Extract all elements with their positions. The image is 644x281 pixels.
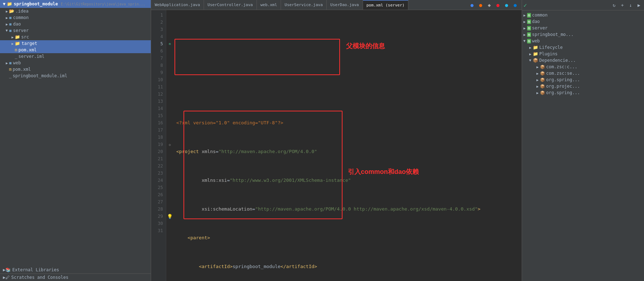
sidebar-item-pom-server[interactable]: ▶ m pom.xml — [0, 47, 151, 53]
maven-item-web[interactable]: ▶ m web — [522, 38, 644, 44]
maven-arrow-dep-server: ▶ — [536, 72, 539, 75]
maven-arrow-dependencies: ▶ — [529, 59, 532, 61]
sidebar-label-server: server — [13, 28, 28, 33]
code-text[interactable]: 父模块的信息 引入common和dao依赖 <?xml version="1.0… — [173, 10, 522, 281]
browser-toolbar: ● ● ◆ ● ● ● — [466, 1, 522, 9]
sidebar-header[interactable]: ▼ 📁 springboot_module E:\Git\GitReposito… — [0, 0, 151, 8]
maven-arrow-dep-projec: ▶ — [536, 84, 539, 88]
edge-icon[interactable]: ● — [512, 1, 519, 9]
module-icon-web: ◼ — [9, 60, 12, 65]
tab-userservice[interactable]: UserService.java — [281, 0, 327, 10]
maven-item-dep-common[interactable]: ▶ 📦 com.zsc:c... — [522, 64, 644, 70]
sidebar-item-common[interactable]: ▶ ◼ common — [0, 14, 151, 21]
tool-icon-3[interactable]: ◆ — [486, 1, 493, 9]
file-icon-pom-root: m — [9, 67, 12, 72]
sidebar-item-dao[interactable]: ▶ ◼ dao — [0, 21, 151, 27]
sidebar-item-server-iml[interactable]: ▶ _ server.iml — [0, 53, 151, 60]
sidebar-item-springboot-iml[interactable]: ▶ _ springboot_module.iml — [0, 73, 151, 79]
maven-panel-header: ✓ ↻ + ↓ ▶ — [522, 0, 644, 10]
module-icon-common: ◼ — [9, 15, 12, 20]
maven-arrow-dao: ▶ — [523, 20, 526, 24]
folder-icon-target: 📁 — [15, 41, 20, 46]
sidebar-label-server-iml: server.iml — [18, 54, 44, 59]
tab-userdao[interactable]: UserDao.java — [327, 0, 363, 10]
sidebar-item-web[interactable]: ▶ ◼ web — [0, 60, 151, 66]
dependencies-icon: 📦 — [533, 58, 538, 63]
folder-icon-src: 📁 — [15, 34, 20, 40]
sidebar-label-web: web — [13, 60, 21, 65]
sidebar-item-idea[interactable]: ▶ 📂 .idea — [0, 8, 151, 14]
checkmark-icon: ✓ — [523, 2, 527, 9]
code-editor[interactable]: 1 2 3 4 5 6 7 8 9 10 11 12 13 14 15 16 1… — [151, 10, 522, 281]
tab-webxml[interactable]: web.xml — [257, 0, 281, 10]
dep-icon-server: 📦 — [540, 71, 545, 76]
dep-icon-projec: 📦 — [540, 84, 545, 89]
collapse-arrow-scratches: ▶ — [3, 275, 5, 280]
maven-item-lifecycle[interactable]: ▶ 📁 Lifecycle — [522, 44, 644, 51]
maven-item-dep-projec[interactable]: ▶ 📦 org.projec... — [522, 83, 644, 89]
maven-tree: ▶ m common ▶ m dao ▶ m server ▶ m spring… — [522, 10, 644, 281]
code-line-6: <artifactId>springboot_module</artifactI… — [176, 263, 522, 270]
collapse-arrow-src: ▶ — [12, 35, 14, 39]
maven-item-dependencies[interactable]: ▶ 📦 Dependencie... — [522, 57, 644, 64]
tab-label-userservice: UserService.java — [285, 3, 323, 7]
project-sidebar: ▼ 📁 springboot_module E:\Git\GitReposito… — [0, 0, 151, 281]
maven-add-btn[interactable]: + — [619, 1, 626, 9]
sidebar-item-scratches[interactable]: ▶ 🖊 Scratches and Consoles — [0, 273, 151, 281]
tab-label-webxml: web.xml — [260, 3, 277, 7]
code-line-3: xmlns:xsi="http://www.w3.org/2001/XMLSch… — [176, 177, 522, 184]
maven-arrow-dep-spring1: ▶ — [536, 78, 539, 82]
editor-tabs: WebApplication.java UserController.java … — [151, 0, 522, 10]
collapse-arrow-target: ▶ — [12, 42, 14, 46]
maven-arrow-common: ▶ — [523, 13, 526, 17]
maven-item-plugins[interactable]: ▶ 📁 Plugins — [522, 51, 644, 57]
sidebar-item-server[interactable]: ▶ ◼ server — [0, 27, 151, 34]
tab-pom-server[interactable]: pom.xml (server) — [363, 0, 409, 10]
tab-usercontroller[interactable]: UserController.java — [204, 0, 257, 10]
plugins-icon: 📁 — [533, 51, 538, 56]
tab-label-usercontroller: UserController.java — [208, 3, 253, 7]
maven-label-dao: dao — [532, 19, 540, 24]
code-gutter: m ◇ 💡 — [166, 10, 173, 281]
sidebar-label-pom-root: pom.xml — [13, 67, 31, 72]
maven-item-dep-server[interactable]: ▶ 📦 com.zsc:se... — [522, 70, 644, 77]
maven-item-springboot[interactable]: ▶ m springboot_mo... — [522, 31, 644, 38]
opera-icon[interactable]: ● — [494, 1, 502, 9]
maven-label-dep-spring1: org.spring... — [546, 77, 580, 82]
ie-icon[interactable]: ● — [503, 1, 510, 9]
maven-arrow-web: ▶ — [523, 40, 527, 42]
firefox-icon[interactable]: ● — [477, 1, 484, 9]
maven-item-dep-spring2[interactable]: ▶ 📦 org.spring... — [522, 89, 644, 96]
collapse-arrow-common: ▶ — [6, 16, 8, 20]
maven-module-icon-springboot: m — [527, 32, 531, 37]
collapse-arrow: ▶ — [6, 9, 8, 13]
sidebar-item-pom-root[interactable]: ▶ m pom.xml — [0, 66, 151, 73]
maven-item-dao[interactable]: ▶ m dao — [522, 18, 644, 25]
maven-arrow-plugins: ▶ — [529, 52, 531, 56]
maven-item-dep-spring1[interactable]: ▶ 📦 org.spring... — [522, 77, 644, 83]
maven-label-dep-common: com.zsc:c... — [546, 64, 577, 69]
maven-module-icon-common: m — [527, 13, 531, 18]
code-line-1: <?xml version="1.0" encoding="UTF-8"?> — [176, 119, 522, 126]
maven-arrow-lifecycle: ▶ — [529, 46, 531, 50]
tab-label-webapplication: WebApplication.java — [155, 3, 200, 7]
maven-download-btn[interactable]: ↓ — [627, 1, 634, 9]
sidebar-item-ext-libraries[interactable]: ▶ 📚 External Libraries — [0, 266, 151, 273]
maven-label-common: common — [532, 13, 548, 18]
maven-label-web: web — [532, 38, 540, 43]
sidebar-item-src[interactable]: ▶ 📁 src — [0, 34, 151, 40]
maven-label-server: server — [532, 26, 548, 31]
maven-item-server[interactable]: ▶ m server — [522, 25, 644, 31]
sidebar-item-target[interactable]: ▶ 📁 target — [0, 40, 151, 47]
module-icon-server: ◼ — [9, 28, 12, 33]
tab-webapplication[interactable]: WebApplication.java — [151, 0, 204, 10]
maven-item-common[interactable]: ▶ m common — [522, 12, 644, 18]
sidebar-project-icon: 📁 — [7, 1, 12, 6]
collapse-arrow-server: ▶ — [5, 29, 9, 32]
maven-refresh-btn[interactable]: ↻ — [611, 1, 618, 9]
maven-label-plugins: Plugins — [539, 51, 558, 56]
maven-run-btn[interactable]: ▶ — [635, 1, 643, 9]
chrome-icon[interactable]: ● — [468, 1, 476, 9]
maven-panel: ✓ ↻ + ↓ ▶ ▶ m common ▶ m dao ▶ m server … — [522, 0, 644, 281]
ext-lib-icon: 📚 — [5, 267, 11, 272]
